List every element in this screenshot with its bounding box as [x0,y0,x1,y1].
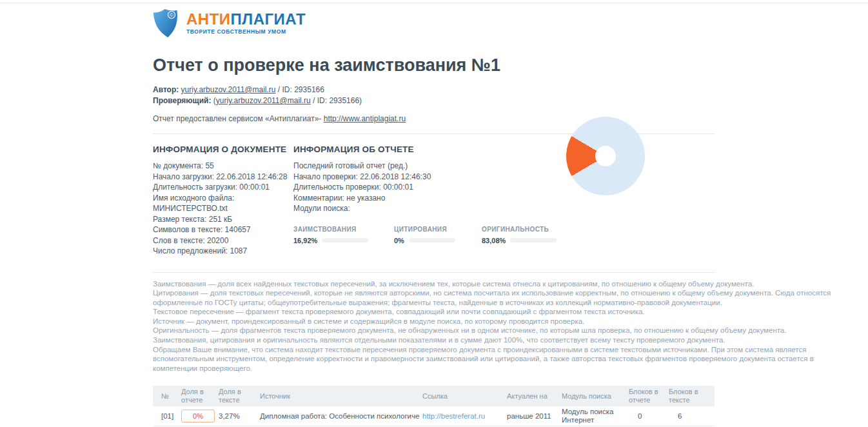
report-meta: Автор: yuriy.arbuzov.2011@mail.ru / ID: … [153,84,715,106]
stat-citations-label: ЦИТИРОВАНИЯ [394,226,464,233]
info-section: ИНФОРМАЦИЯ О ДОКУМЕНТЕ № документа: 55 Н… [153,134,715,273]
definition-line: Заимствования — доля всех найденных текс… [153,279,862,289]
blocks-in-report: 0 [626,412,666,420]
author-id: / ID: 2935166 [276,85,324,94]
col-header-module: Модуль поиска [559,392,626,401]
stat-originality: ОРИГИНАЛЬНОСТЬ 83,08% [482,226,585,244]
blocks-in-text: 6 [666,412,705,420]
page-title: Отчет о проверке на заимствования №1 [153,55,715,75]
doc-info-line: Начало загрузки: 22.06.2018 12:46:28 [153,172,293,183]
definition-line: Оригинальность — доля фрагментов текста … [153,326,862,335]
table-row: [01] 0% 3,27% Дипломная работа: Особенно… [153,406,715,426]
report-page: © АНТИПЛАГИАТ ТВОРИТЕ СОБСТВЕННЫМ УМОМ О… [153,0,715,427]
report-info-title: ИНФОРМАЦИЯ ОБ ОТЧЕТЕ [293,144,715,154]
report-info-line: Комментарии: не указано [293,193,715,204]
brand-tagline: ТВОРИТЕ СОБСТВЕННЫМ УМОМ [186,28,306,35]
stat-borrowings-label: ЗАИМСТВОВАНИЯ [293,226,376,233]
report-info-panel: ИНФОРМАЦИЯ ОБ ОТЧЕТЕ Последний готовый о… [293,144,715,257]
source-title: Дипломная работа: Особенности психологич… [257,412,420,420]
source-number: [01] [153,412,179,420]
sources-table: № Доля в отчете Доля в тексте Источник С… [153,386,715,427]
document-info-title: ИНФОРМАЦИЯ О ДОКУМЕНТЕ [153,144,293,154]
pie-chart-hole [595,146,616,166]
stat-borrowings: ЗАИМСТВОВАНИЯ 16,92% [293,226,376,244]
doc-info-line: Слов в тексте: 20200 [153,235,293,246]
share-in-text: 3,27% [216,412,257,420]
borrowings-progress-bar [322,238,368,243]
antiplagiat-site-link[interactable]: http://www.antiplagiat.ru [324,114,406,123]
stat-originality-label: ОРИГИНАЛЬНОСТЬ [482,226,585,233]
actual-date: раньше 2011 [504,412,559,420]
reviewer-id: / ID: 2935166) [311,96,362,105]
definitions-block: Заимствования — доля всех найденных текс… [153,273,862,373]
document-info-panel: ИНФОРМАЦИЯ О ДОКУМЕНТЕ № документа: 55 Н… [153,144,293,257]
share-in-report-badge[interactable]: 0% [181,410,215,422]
col-header-blocks-text: Блоков в тексте [666,388,705,404]
brand-part-anti: АНТИ [186,10,231,28]
brand-part-plagiat: ПЛАГИАТ [231,10,306,28]
shield-logo-icon: © [153,8,180,39]
col-header-num: № [153,392,179,400]
definition-line: вспомогательным инструментом, определени… [153,354,862,364]
definition-line: Обращаем Ваше внимание, что система нахо… [153,345,862,355]
originality-progress-bar [510,238,557,243]
search-module: Модуль поиска Интернет [559,408,626,424]
author-line: Автор: yuriy.arbuzov.2011@mail.ru / ID: … [153,84,715,95]
definition-line: Текстовое пересечение — фрагмент текста … [153,307,862,317]
col-header-source: Источник [257,392,420,400]
reviewer-email-link[interactable]: yuriy.arbuzov.2011@mail.ru [216,96,311,105]
definition-line: Заимствования, цитирования и оригинально… [153,335,862,345]
antiplagiat-logo[interactable]: © АНТИПЛАГИАТ ТВОРИТЕ СОБСТВЕННЫМ УМОМ [153,8,715,40]
doc-info-line: Символов в тексте: 140657 [153,224,293,235]
doc-info-line: Имя исходного файла: МИНИСТЕРСТВО.txt [153,193,293,214]
report-info-lines: Последний готовый отчет (ред.) Начало пр… [293,161,715,214]
col-header-share-report: Доля в отчете [179,388,216,404]
author-label: Автор: [153,85,179,94]
doc-info-line: Число предложений: 1087 [153,246,293,257]
stat-citations: ЦИТИРОВАНИЯ 0% [394,226,464,244]
report-info-line: Модули поиска: [293,203,715,214]
service-note-line: Отчет предоставлен сервисом «Антиплагиат… [153,114,715,123]
service-note: Отчет предоставлен сервисом «Антиплагиат… [153,114,324,123]
col-header-link: Ссылка [420,392,504,400]
definition-line: Цитирования — доля текстовых пересечений… [153,288,862,298]
col-header-actual: Актуален на [504,392,559,400]
stat-borrowings-value: 16,92% [293,237,317,244]
originality-pie-chart [566,117,645,195]
citations-progress-bar [409,238,455,243]
report-info-line: Последний готовый отчет (ред.) [293,161,715,172]
col-header-blocks-report: Блоков в отчете [626,388,666,404]
stat-originality-value: 83,08% [482,237,506,244]
definition-line: компетенции проверяющего. [153,364,862,373]
doc-info-line: Размер текста: 251 кБ [153,214,293,225]
brand-name: АНТИПЛАГИАТ [186,12,306,27]
col-header-share-text: Доля в тексте [216,388,257,404]
doc-info-line: Длительность загрузки: 00:00:01 [153,182,293,193]
author-email-link[interactable]: yuriy.arbuzov.2011@mail.ru [181,85,276,94]
table-header-row: № Доля в отчете Доля в тексте Источник С… [153,386,715,406]
stats-row: ЗАИМСТВОВАНИЯ 16,92% ЦИТИРОВАНИЯ 0% ОРИГ… [293,226,715,244]
source-link[interactable]: http://bestreferat.ru [422,412,485,420]
doc-info-line: № документа: 55 [153,161,293,172]
definition-line: Источник — документ, проиндексированный … [153,317,862,326]
report-info-line: Длительность проверки: 00:00:01 [293,182,715,193]
reviewer-label: Проверяющий: [153,96,211,105]
stat-citations-value: 0% [394,237,404,244]
report-info-line: Начало проверки: 22.06.2018 12:46:30 [293,172,715,183]
document-info-lines: № документа: 55 Начало загрузки: 22.06.2… [153,161,293,257]
definition-line: оформленные по ГОСТу цитаты; общеупотреб… [153,298,862,308]
copyright-glyph: © [170,12,173,18]
reviewer-line: Проверяющий: (yuriy.arbuzov.2011@mail.ru… [153,95,715,106]
